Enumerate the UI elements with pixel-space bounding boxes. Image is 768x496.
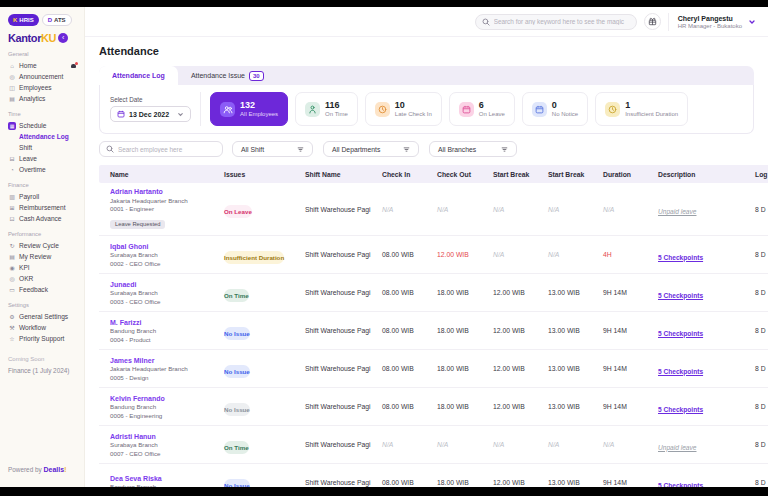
column-header-description: Description <box>658 171 755 178</box>
employee-name-link[interactable]: Junaedi <box>110 281 216 288</box>
unpaid-leave-link[interactable]: Unpaid leave <box>658 208 697 215</box>
sidebar-item-okr[interactable]: ◎OKR <box>8 273 77 284</box>
global-search[interactable] <box>475 14 637 30</box>
filter-dropdown-all-departments[interactable]: All Departments <box>323 141 419 157</box>
end-break-cell: N/A <box>548 251 603 258</box>
stat-card-on-time[interactable]: 116On Time <box>295 92 358 126</box>
employee-branch: Surabaya Branch <box>110 289 216 296</box>
sidebar-item-schedule[interactable]: ▦Schedule <box>8 120 77 131</box>
sidebar-item-cash-advance[interactable]: ⊡Cash Advance <box>8 213 77 224</box>
on-time-person-icon <box>305 102 320 117</box>
sidebar-item-label: Review Cycle <box>19 242 59 249</box>
stat-card-insufficient-duration[interactable]: 1Insufficient Duration <box>595 92 688 126</box>
checkpoints-link[interactable]: 5 Checkpoints <box>658 254 703 261</box>
date-picker[interactable]: 13 Dec 2022 <box>110 106 191 122</box>
sidebar-item-leave[interactable]: ⊟Leave <box>8 153 77 164</box>
sidebar-item-overtime[interactable]: ◔Overtime <box>8 164 77 175</box>
sidebar-item-reimbursement[interactable]: ⊞Reimbursement <box>8 202 77 213</box>
product-pill-hris[interactable]: K HRIS <box>8 14 39 26</box>
attendance-table: NameIssuesShift NameCheck InCheck OutSta… <box>99 165 768 487</box>
sidebar-item-priority-support[interactable]: ☆Priority Support <box>8 333 77 344</box>
search-icon <box>106 145 114 153</box>
description-cell: 5 Checkpoints <box>658 474 755 488</box>
employee-name-link[interactable]: Iqbal Ghoni <box>110 243 216 250</box>
column-header-start-break: Start Break <box>493 171 548 178</box>
stat-value: 6 <box>479 101 505 111</box>
duration-cell: 9H 14M <box>603 403 658 410</box>
checkpoints-link[interactable]: 5 Checkpoints <box>658 330 703 337</box>
sidebar-collapse-button[interactable]: ‹ <box>58 33 68 43</box>
sidebar-item-label: Home <box>19 62 37 69</box>
sidebar-item-my-review[interactable]: ▤My Review <box>8 251 77 262</box>
checkpoints-link[interactable]: 5 Checkpoints <box>658 368 703 375</box>
description-cell: 5 Checkpoints <box>658 360 755 378</box>
shift-name-cell: Shift Warehouse Pagi <box>305 365 382 372</box>
tab-attendance-issue[interactable]: Attendance Issue30 <box>178 66 277 85</box>
stat-card-late-check-in[interactable]: 10Late Check In <box>365 92 442 126</box>
employee-name-link[interactable]: James Milner <box>110 357 216 364</box>
check-in-cell: 08.00 WIB <box>382 403 437 410</box>
sidebar-item-review-cycle[interactable]: ↻Review Cycle <box>8 240 77 251</box>
employee-branch: Jakarta Headquarter Branch <box>110 197 216 204</box>
employee-name-link[interactable]: Kelvin Fernando <box>110 395 216 402</box>
check-in-cell: N/A <box>382 441 437 448</box>
sidebar-item-label: KPI <box>19 264 30 271</box>
issue-cell: Insufficient Duration <box>224 246 305 264</box>
employee-name-link[interactable]: M. Farizzi <box>110 319 216 326</box>
sidebar-subitem-attendance-log[interactable]: Attendance Log <box>8 131 77 142</box>
sidebar-item-home[interactable]: ⌂Home <box>8 60 77 71</box>
sidebar-item-label: Leave <box>19 155 37 162</box>
home-icon: ⌂ <box>8 63 16 69</box>
sidebar: K HRIS D ATS KantorKU ‹ General⌂Home◎Ann… <box>0 7 85 487</box>
sidebar-item-announcement[interactable]: ◎Announcement <box>8 71 77 82</box>
employee-position: 0001 - Engineer <box>110 205 216 212</box>
employee-name-link[interactable]: Adrian Hartanto <box>110 188 216 195</box>
filter-dropdown-all-branches[interactable]: All Branches <box>429 141 517 157</box>
stat-card-on-leave[interactable]: 6On Leave <box>449 92 515 126</box>
checkpoints-link[interactable]: 5 Checkpoints <box>658 292 703 299</box>
end-break-cell: 13.00 WIB <box>548 289 603 296</box>
tab-attendance-log[interactable]: Attendance Log <box>99 66 178 85</box>
stat-card-all-employees[interactable]: 132All Employees <box>210 92 288 126</box>
filter-dropdown-all-shift[interactable]: All Shift <box>232 141 313 157</box>
powered-by-prefix: Powered by <box>8 466 42 473</box>
employee-cell: Adristi HanunSurabaya Branch0007 - CEO O… <box>99 428 224 462</box>
employee-name-link[interactable]: Adristi Hanun <box>110 433 216 440</box>
start-break-cell: 12.00 WIB <box>493 327 548 334</box>
user-menu[interactable]: Cheryl Pangestu HR Manager - Bukatoko <box>668 13 756 31</box>
stat-value: 132 <box>240 101 278 111</box>
check-out-cell: N/A <box>437 206 493 213</box>
table-row: Dea Seva RiskaBandung BranchNo IssueShif… <box>99 464 768 487</box>
topbar: Cheryl Pangestu HR Manager - Bukatoko <box>85 7 768 37</box>
sidebar-item-employees[interactable]: ◫Employees <box>8 82 77 93</box>
duration-cell: 9H 14M <box>603 289 658 296</box>
stat-text: 10Late Check In <box>395 101 432 118</box>
global-search-input[interactable] <box>494 18 630 25</box>
app-window: K HRIS D ATS KantorKU ‹ General⌂Home◎Ann… <box>0 7 768 487</box>
sidebar-item-analytics[interactable]: ▤Analytics <box>8 93 77 104</box>
sidebar-subitem-shift[interactable]: Shift <box>8 142 77 153</box>
stat-value: 1 <box>625 101 678 111</box>
sidebar-item-workflow[interactable]: ⚒Workflow <box>8 322 77 333</box>
product-pill-ats[interactable]: D ATS <box>42 14 72 26</box>
checkpoints-link[interactable]: 5 Checkpoints <box>658 482 703 488</box>
employee-search[interactable] <box>99 141 223 157</box>
employee-name-link[interactable]: Dea Seva Riska <box>110 475 216 482</box>
sidebar-section-label: General <box>8 51 77 57</box>
employee-search-input[interactable] <box>118 146 216 153</box>
analytics-icon: ▤ <box>8 95 16 102</box>
unpaid-leave-link[interactable]: Unpaid leave <box>658 444 697 451</box>
sidebar-item-kpi[interactable]: ◉KPI <box>8 262 77 273</box>
sidebar-item-label: Reimbursement <box>19 204 66 211</box>
sidebar-item-feedback[interactable]: ▭Feedback <box>8 284 77 295</box>
issue-badge: No Issue <box>224 403 250 416</box>
end-break-cell: 13.00 WIB <box>548 479 603 486</box>
column-header-check-in: Check In <box>382 171 437 178</box>
sidebar-item-general-settings[interactable]: ⚙General Settings <box>8 311 77 322</box>
stat-card-no-notice[interactable]: 0No Notice <box>522 92 588 126</box>
announcement-icon: ◎ <box>8 73 16 80</box>
sidebar-item-payroll[interactable]: ▥Payroll <box>8 191 77 202</box>
chevron-down-icon <box>177 111 184 118</box>
gift-button[interactable] <box>644 13 661 30</box>
checkpoints-link[interactable]: 5 Checkpoints <box>658 406 703 413</box>
